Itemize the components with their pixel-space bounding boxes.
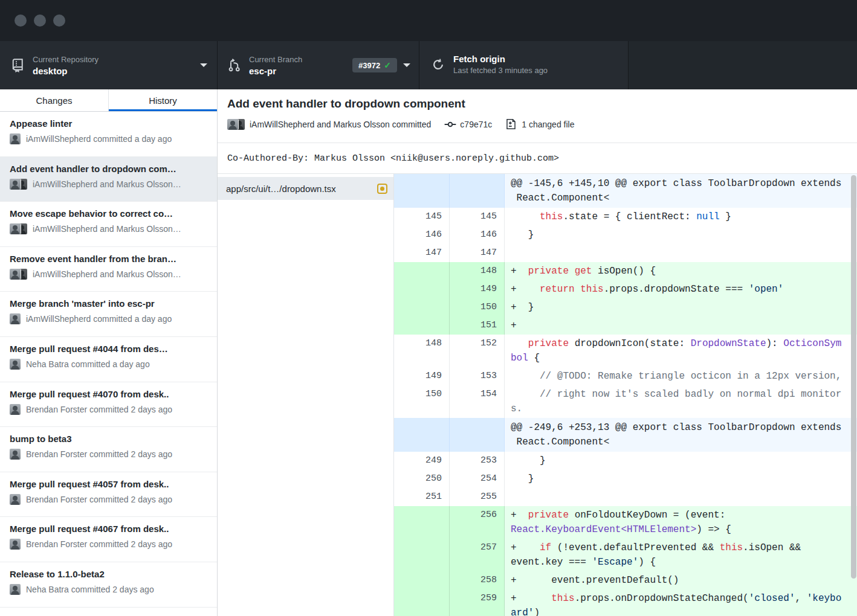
commit-list-item[interactable]: Merge pull request #4044 from des…Neha B… [0, 337, 217, 382]
diff-context-line[interactable]: 150154 // right now it's scaled badly on… [394, 385, 857, 418]
avatar-group [10, 494, 21, 505]
byline-text: iAmWillShepherd and Markus Olsson… [33, 269, 181, 279]
code-content [505, 244, 857, 262]
avatar-group [10, 179, 27, 190]
avatar [10, 449, 21, 460]
new-line-number: 258 [450, 571, 505, 589]
commit-list-item-title: Merge pull request #4070 from desk.. [10, 389, 207, 399]
byline-text: Brendan Forster committed 2 days ago [26, 405, 172, 414]
diff-added-line[interactable]: 148+ private get isOpen() { [394, 262, 857, 280]
file-row[interactable]: app/src/ui/t…/dropdown.tsx [218, 177, 393, 200]
diff-added-line[interactable]: 256+ private onFoldoutKeyDown = (event:R… [394, 506, 857, 539]
commit-list-item[interactable]: Merge pull request #4071 from d… [0, 608, 217, 616]
avatar [10, 223, 21, 234]
commit-list-item-title: Appease linter [10, 118, 207, 129]
avatar [10, 539, 21, 550]
changed-file-icon [505, 118, 517, 130]
diff-added-line[interactable]: 151+ [394, 316, 857, 335]
tab-history[interactable]: History [108, 89, 217, 111]
byline-text: iAmWillShepherd committed a day ago [26, 134, 172, 144]
diff-context-line[interactable]: 146146 } [394, 226, 857, 244]
current-repository-button[interactable]: Current Repository desktop [0, 41, 218, 89]
new-line-number: 256 [450, 506, 505, 539]
avatar-group [10, 133, 21, 144]
avatar-group [10, 539, 21, 550]
current-branch-button[interactable]: Current Branch esc-pr #3972 ✓ [218, 41, 419, 89]
commit-list-item-title: Add event handler to dropdown com… [10, 164, 207, 174]
code-content: + } [505, 298, 857, 316]
diff-view: @@ -145,6 +145,10 @@ export class Toolba… [394, 174, 857, 616]
diff-hunk-header[interactable]: @@ -249,6 +253,13 @@ export class Toolba… [394, 418, 857, 452]
commit-title: Add event handler to dropdown component [227, 97, 847, 111]
diff-scrollbar[interactable] [851, 175, 856, 579]
chevron-down-icon [200, 63, 207, 67]
window-zoom-button[interactable] [53, 14, 65, 27]
old-line-number: 149 [394, 367, 450, 385]
diff-context-line[interactable]: 251255 [394, 488, 857, 506]
commit-list-item-byline: Brendan Forster committed 2 days ago [10, 539, 207, 550]
commit-detail-pane: Add event handler to dropdown component … [218, 89, 857, 616]
code-content: } [505, 470, 857, 488]
code-content: + if (!event.defaultPrevented && this.is… [505, 539, 857, 571]
commit-list-item[interactable]: Merge pull request #4067 from desk..Bren… [0, 517, 217, 562]
diff-context-line[interactable]: 147147 [394, 244, 857, 262]
diff-context-line[interactable]: 249253 } [394, 452, 857, 470]
commit-list-item[interactable]: Add event handler to dropdown com…iAmWil… [0, 157, 217, 202]
new-line-number: 148 [450, 262, 505, 280]
diff-context-line[interactable]: 149153 // @TODO: Remake triangle octicon… [394, 367, 857, 385]
commit-list-item[interactable]: Merge pull request #4070 from desk..Bren… [0, 382, 217, 428]
diff-context-line[interactable]: 250254 } [394, 470, 857, 488]
window-minimize-button[interactable] [34, 14, 46, 27]
changed-files-panel: app/src/ui/t…/dropdown.tsx [218, 174, 394, 616]
byline-text: Brendan Forster committed 2 days ago [26, 449, 172, 459]
commit-list-item[interactable]: Remove event handler from the bran…iAmWi… [0, 247, 217, 292]
byline-text: Brendan Forster committed 2 days ago [26, 539, 172, 549]
old-line-number: 250 [394, 470, 450, 488]
diff-context-line[interactable]: 148152 private dropdownIcon(state: Dropd… [394, 335, 857, 367]
diff-added-line[interactable]: 257+ if (!event.defaultPrevented && this… [394, 539, 857, 571]
commit-list-item[interactable]: Release to 1.1.0-beta2Neha Batra committ… [0, 562, 217, 608]
avatar-group [10, 313, 21, 324]
commit-description: Co-Authored-By: Markus Olsson <niik@user… [218, 143, 857, 174]
diff-added-line[interactable]: 258+ event.preventDefault() [394, 571, 857, 589]
avatar-group [10, 359, 21, 370]
code-content: + private onFoldoutKeyDown = (event:Reac… [505, 506, 857, 539]
new-line-number: 154 [450, 385, 505, 418]
window-close-button[interactable] [15, 14, 27, 27]
sidebar-tabs: Changes History [0, 89, 217, 112]
diff-added-line[interactable]: 149+ return this.props.dropdownState ===… [394, 280, 857, 298]
diff-added-line[interactable]: 259+ this.props.onDropdownStateChanged('… [394, 589, 857, 616]
code-content: this.state = { clientRect: null } [505, 208, 857, 226]
new-line-number: 253 [450, 452, 505, 470]
file-path: app/src/ui/t…/dropdown.tsx [226, 184, 377, 194]
commit-list-item[interactable]: Merge branch 'master' into esc-priAmWill… [0, 292, 217, 337]
code-content: + event.preventDefault() [505, 571, 857, 589]
commit-list-item-byline: Neha Batra committed 2 days ago [10, 584, 207, 595]
commit-list-item-title: bump to beta3 [10, 434, 207, 444]
commit-sha[interactable]: c79e71c [460, 120, 492, 129]
commit-list-item[interactable]: Move escape behavior to correct co…iAmWi… [0, 202, 217, 247]
tab-changes[interactable]: Changes [0, 89, 108, 111]
commit-list-item[interactable]: Appease linteriAmWillShepherd committed … [0, 112, 217, 157]
commit-list-item-title: Merge pull request #4067 from desk.. [10, 524, 207, 534]
commit-list-item[interactable]: Merge pull request #4057 from desk..Bren… [0, 472, 217, 518]
commit-list-item[interactable]: bump to beta3Brendan Forster committed 2… [0, 427, 217, 472]
commit-list-item-byline: iAmWillShepherd committed a day ago [10, 133, 207, 144]
commit-list-item-byline: iAmWillShepherd and Markus Olsson… [10, 179, 207, 190]
fetch-origin-button[interactable]: Fetch origin Last fetched 3 minutes ago [419, 41, 629, 89]
old-line-number: 150 [394, 385, 450, 418]
new-line-number: 150 [450, 298, 505, 316]
diff-hunk-header[interactable]: @@ -145,6 +145,10 @@ export class Toolba… [394, 174, 857, 208]
code-content: + private get isOpen() { [505, 262, 857, 280]
diff-context-line[interactable]: 145145 this.state = { clientRect: null } [394, 208, 857, 226]
fetch-subtitle: Last fetched 3 minutes ago [453, 66, 619, 75]
byline-text: Neha Batra committed 2 days ago [26, 585, 154, 594]
old-line-number: 148 [394, 335, 450, 367]
diff-added-line[interactable]: 150+ } [394, 298, 857, 316]
new-line-number: 257 [450, 539, 505, 571]
new-line-number: 146 [450, 226, 505, 244]
old-line-number [394, 506, 450, 539]
fetch-title: Fetch origin [453, 54, 619, 64]
code-content [505, 488, 857, 506]
commit-list-item-byline: Brendan Forster committed 2 days ago [10, 449, 207, 460]
